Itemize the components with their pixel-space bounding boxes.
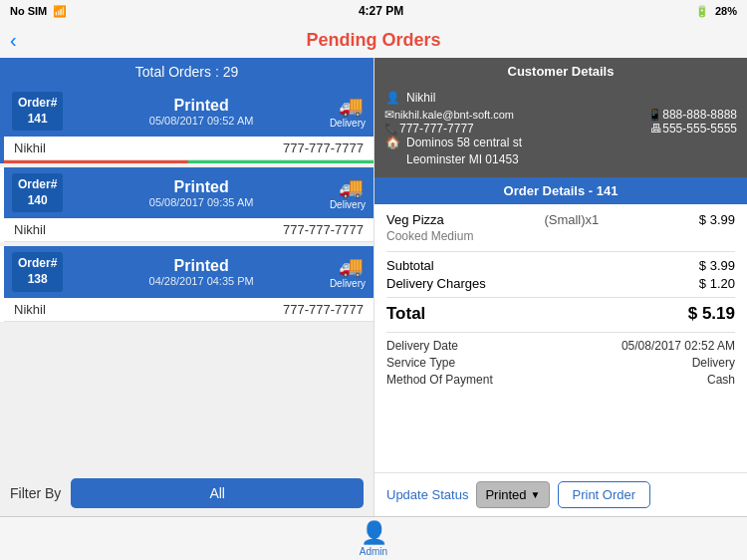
status-dropdown-value: Printed	[485, 487, 526, 502]
carrier-text: No SIM	[10, 5, 47, 17]
truck-icon: 🚚	[339, 254, 364, 278]
order-number: Order# 138	[12, 252, 63, 291]
status-dropdown[interactable]: Printed ▼	[476, 481, 549, 508]
customer-address1: Dominos 58 central st	[406, 136, 522, 149]
customer-address2-row: Leominster MI 01453	[384, 152, 737, 166]
order-item-row: Veg Pizza (Small)x1 $ 3.99	[386, 212, 735, 227]
header: ‹ Pending Orders	[0, 22, 747, 58]
customer-address2: Leominster MI 01453	[406, 152, 519, 166]
customer-info: 👤 Nikhil ✉ nikhil.kale@bnt-soft.com 📱 88…	[374, 85, 747, 177]
status-time: 4:27 PM	[359, 4, 403, 18]
left-panel: Total Orders : 29 Order# 141 Printed 05/…	[0, 58, 374, 516]
delivery-date-row: Delivery Date 05/08/2017 02:52 AM	[386, 339, 735, 353]
total-value: $ 5.19	[688, 304, 735, 324]
order-center: Printed 05/08/2017 09:52 AM	[73, 97, 330, 127]
order-card-top: Order# 140 Printed 05/08/2017 09:35 AM 🚚…	[4, 167, 374, 218]
admin-icon[interactable]: 👤	[361, 520, 387, 546]
delivery-date-label: Delivery Date	[386, 339, 458, 353]
order-status: Printed	[174, 257, 229, 275]
order-card-right: 🚚 Delivery	[330, 94, 366, 129]
address-icon: 🏠	[384, 136, 400, 149]
customer-email: nikhil.kale@bnt-soft.com	[394, 109, 514, 121]
divider	[386, 251, 735, 252]
service-type-row: Service Type Delivery	[386, 356, 735, 370]
orders-list: Order# 141 Printed 05/08/2017 09:52 AM 🚚…	[0, 86, 374, 470]
order-status: Printed	[174, 97, 229, 115]
customer-address-row: 🏠 Dominos 58 central st	[384, 136, 737, 149]
status-bar: No SIM 📶 4:27 PM 🔋 28%	[0, 0, 747, 22]
wifi-icon: 📶	[53, 5, 67, 18]
truck-icon: 🚚	[339, 94, 364, 118]
battery-icon: 🔋	[695, 5, 709, 18]
order-type: Delivery	[330, 278, 366, 289]
customer-name: Nikhil	[406, 91, 435, 105]
order-divider	[4, 160, 374, 163]
payment-method-value: Cash	[707, 373, 735, 387]
customer-contact-row: ✉ nikhil.kale@bnt-soft.com 📱 888-888-888…	[384, 108, 737, 122]
service-type-label: Service Type	[386, 356, 455, 370]
back-button[interactable]: ‹	[10, 29, 17, 52]
customer-name-row: 👤 Nikhil	[384, 91, 737, 105]
divider	[386, 297, 735, 298]
status-right: 🔋 28%	[695, 5, 737, 18]
subtotal-value: $ 3.99	[699, 258, 735, 273]
total-row: Total $ 5.19	[386, 304, 735, 324]
page-title: Pending Orders	[306, 30, 440, 51]
battery-text: 28%	[715, 5, 737, 17]
customer-fax: 555-555-5555	[662, 122, 737, 136]
order-type: Delivery	[330, 199, 366, 210]
item-price: $ 3.99	[699, 212, 735, 227]
order-card[interactable]: Order# 141 Printed 05/08/2017 09:52 AM 🚚…	[0, 86, 374, 163]
update-status-label: Update Status	[386, 487, 468, 502]
order-meta: Delivery Date 05/08/2017 02:52 AM Servic…	[386, 339, 735, 387]
main-content: Total Orders : 29 Order# 141 Printed 05/…	[0, 58, 747, 516]
phone2-icon: 📞	[384, 122, 399, 136]
bottom-actions: Update Status Printed ▼ Print Order	[374, 472, 747, 516]
order-phone: 777-777-7777	[283, 222, 364, 237]
total-label: Total	[386, 304, 425, 324]
payment-method-row: Method Of Payment Cash	[386, 373, 735, 387]
subtotal-row: Subtotal $ 3.99	[386, 258, 735, 273]
tab-label: Admin	[360, 546, 387, 557]
order-details-header: Order Details - 141	[374, 177, 747, 204]
phone-icon: 📱	[647, 108, 662, 122]
order-card-right: 🚚 Delivery	[330, 254, 366, 289]
order-card-bottom: Nikhil 777-777-7777	[4, 137, 374, 160]
filter-label: Filter By	[10, 485, 61, 501]
chevron-down-icon: ▼	[531, 489, 541, 500]
order-customer: Nikhil	[14, 140, 46, 155]
customer-phone-row: 📞 777-777-7777 🖷 555-555-5555	[384, 122, 737, 136]
delivery-charges-value: $ 1.20	[699, 276, 735, 291]
item-qty: (Small)x1	[544, 212, 599, 227]
truck-icon: 🚚	[339, 175, 364, 199]
subtotal-label: Subtotal	[386, 258, 434, 273]
order-number: Order# 141	[12, 92, 63, 131]
order-datetime: 04/28/2017 04:35 PM	[149, 275, 254, 287]
order-phone: 777-777-7777	[283, 302, 364, 317]
delivery-charges-label: Delivery Charges	[386, 276, 486, 291]
order-center: Printed 05/08/2017 09:35 AM	[73, 178, 330, 208]
order-card-bottom: Nikhil 777-777-7777	[4, 298, 374, 322]
filter-all-button[interactable]: All	[71, 478, 364, 508]
person-icon: 👤	[384, 91, 400, 105]
delivery-charges-row: Delivery Charges $ 1.20	[386, 276, 735, 291]
order-card[interactable]: Order# 138 Printed 04/28/2017 04:35 PM 🚚…	[0, 246, 374, 321]
payment-method-label: Method Of Payment	[386, 373, 493, 387]
order-status: Printed	[174, 178, 229, 196]
order-card-right: 🚚 Delivery	[330, 175, 366, 210]
item-sub: Cooked Medium	[386, 229, 735, 243]
order-card-bottom: Nikhil 777-777-7777	[4, 218, 374, 242]
customer-phone1: 777-777-7777	[399, 122, 474, 136]
print-order-button[interactable]: Print Order	[558, 481, 651, 508]
order-customer: Nikhil	[14, 222, 46, 237]
order-card[interactable]: Order# 140 Printed 05/08/2017 09:35 AM 🚚…	[0, 167, 374, 242]
right-panel: Customer Details 👤 Nikhil ✉ nikhil.kale@…	[374, 58, 747, 516]
customer-details-header: Customer Details	[374, 58, 747, 85]
filter-bar: Filter By All	[0, 470, 374, 516]
tab-bar: 👤 Admin	[0, 516, 747, 560]
customer-phone2: 888-888-8888	[662, 108, 737, 122]
order-card-top: Order# 141 Printed 05/08/2017 09:52 AM 🚚…	[4, 86, 374, 137]
fax-icon: 🖷	[650, 122, 662, 136]
item-name: Veg Pizza	[386, 212, 444, 227]
order-customer: Nikhil	[14, 302, 46, 317]
